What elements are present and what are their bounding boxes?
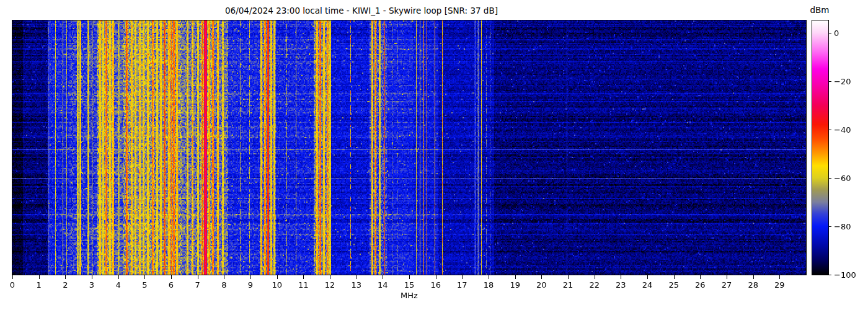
x-tick [621, 275, 621, 279]
x-tick-label: 24 [642, 280, 653, 290]
x-tick-label: 23 [616, 280, 626, 290]
x-tick [39, 275, 40, 279]
x-tick [12, 275, 13, 279]
x-tick-label: 25 [668, 280, 679, 290]
colorbar-tick-label: −40 [834, 125, 851, 134]
x-tick [515, 275, 516, 279]
colorbar-tick [829, 130, 831, 130]
x-tick [277, 275, 278, 279]
x-tick-label: 18 [484, 280, 494, 290]
x-tick [674, 275, 675, 279]
x-tick-label: 10 [272, 280, 282, 290]
x-axis-label: MHz [401, 291, 418, 300]
colorbar-tick-label: −20 [834, 76, 851, 86]
colorbar-tick-label: −80 [834, 221, 851, 231]
x-tick [198, 275, 198, 279]
x-tick-label: 16 [430, 280, 441, 290]
x-tick-label: 15 [404, 280, 415, 290]
x-tick [330, 275, 330, 279]
x-tick-label: 27 [722, 280, 732, 290]
x-tick [541, 275, 542, 279]
x-tick-label: 26 [695, 280, 706, 290]
x-tick-label: 14 [378, 280, 388, 290]
x-tick [436, 275, 436, 279]
x-tick [118, 275, 119, 279]
x-tick [727, 275, 727, 279]
x-tick-label: 7 [195, 280, 200, 290]
x-tick [250, 275, 251, 279]
colorbar-gradient [812, 20, 828, 275]
x-tick [568, 275, 569, 279]
colorbar-tick [829, 178, 831, 179]
x-tick-label: 8 [221, 280, 226, 290]
x-tick [171, 275, 172, 279]
x-tick-label: 11 [298, 280, 309, 290]
colorbar-tick-label: −60 [834, 173, 851, 182]
x-tick-label: 9 [248, 280, 253, 290]
x-tick-label: 29 [774, 280, 785, 290]
x-tick [356, 275, 357, 279]
chart-title: 06/04/2024 23:00 local time - KIWI_1 - S… [225, 6, 498, 16]
x-tick-label: 2 [63, 280, 68, 290]
x-tick [700, 275, 701, 279]
spectrogram-canvas [12, 20, 806, 275]
colorbar-tick [829, 81, 831, 82]
x-tick-label: 1 [37, 280, 42, 290]
x-tick [92, 275, 92, 279]
x-tick-label: 19 [510, 280, 520, 290]
x-tick [409, 275, 410, 279]
x-tick [144, 275, 145, 279]
x-tick-label: 5 [142, 280, 147, 290]
x-tick-label: 22 [589, 280, 600, 290]
colorbar-tick-label: 0 [834, 28, 839, 37]
x-tick [224, 275, 224, 279]
x-tick-label: 20 [536, 280, 547, 290]
x-tick-label: 28 [748, 280, 758, 290]
colorbar-tick [829, 275, 831, 275]
x-tick [595, 275, 595, 279]
x-tick [65, 275, 66, 279]
colorbar-label: dBm [810, 5, 830, 15]
x-tick-label: 13 [351, 280, 361, 290]
x-tick-label: 12 [325, 280, 335, 290]
x-tick [489, 275, 489, 279]
colorbar-ticks: 0−20−40−60−80−100 [829, 20, 866, 275]
x-tick-label: 0 [10, 280, 15, 290]
colorbar-tick-label: −100 [834, 270, 856, 280]
x-tick [383, 275, 383, 279]
spectrogram-figure: 06/04/2024 23:00 local time - KIWI_1 - S… [0, 0, 868, 310]
colorbar-tick [829, 33, 831, 33]
x-tick-label: 21 [563, 280, 574, 290]
x-tick [753, 275, 754, 279]
colorbar-tick [829, 226, 831, 227]
x-tick-label: 17 [457, 280, 467, 290]
x-tick-label: 3 [89, 280, 94, 290]
x-tick-label: 6 [169, 280, 174, 290]
x-tick-label: 4 [116, 280, 121, 290]
x-tick [647, 275, 648, 279]
x-tick [303, 275, 304, 279]
x-tick [462, 275, 463, 279]
x-tick [779, 275, 780, 279]
